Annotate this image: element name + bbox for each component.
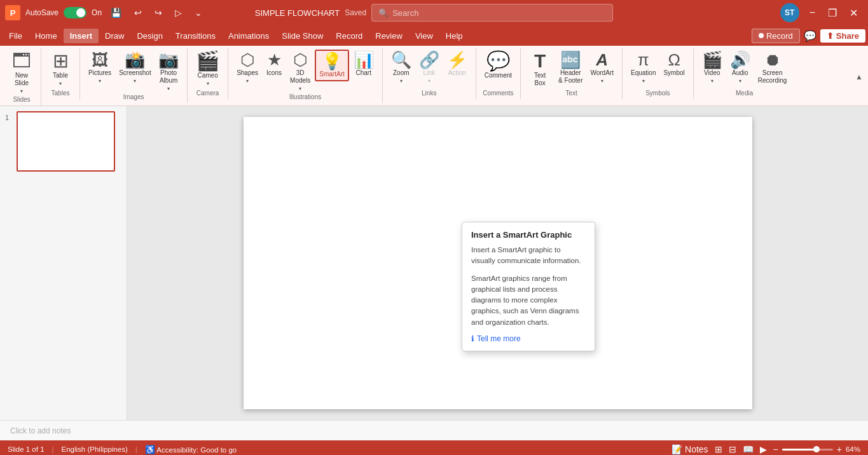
undo-button[interactable]: ↩ <box>130 6 146 19</box>
screen-recording-button[interactable]: ⏺ ScreenRecording <box>755 50 790 86</box>
equation-button[interactable]: π Equation ▾ <box>628 50 659 86</box>
comment-button[interactable]: 💬 Comment <box>481 50 515 81</box>
close-button[interactable]: ✕ <box>844 6 863 20</box>
audio-button[interactable]: 🔊 Audio ▾ <box>727 50 754 86</box>
notes-bar[interactable]: Click to add notes <box>0 420 868 440</box>
tooltip-link[interactable]: ℹ Tell me more <box>471 334 586 343</box>
chart-button[interactable]: 📊 Chart <box>350 50 377 79</box>
help-circle-icon: ℹ <box>471 334 474 343</box>
search-bar[interactable]: 🔍 <box>371 4 613 22</box>
menu-insert[interactable]: Insert <box>64 29 99 43</box>
notes-toggle[interactable]: 📝 Notes <box>672 444 708 454</box>
menu-design[interactable]: Design <box>130 29 169 43</box>
minimize-button[interactable]: − <box>804 6 820 20</box>
accessibility-text: Accessibility: Good to go <box>156 446 237 454</box>
menu-view[interactable]: View <box>409 29 439 43</box>
chat-icon[interactable]: 💬 <box>804 30 816 42</box>
action-button[interactable]: ⚡ Action <box>444 50 471 79</box>
restore-button[interactable]: ❐ <box>823 6 842 20</box>
shapes-dropdown-icon: ▾ <box>246 78 249 84</box>
icons-button[interactable]: ★ Icons <box>263 50 286 79</box>
ribbon-items-comments: 💬 Comment <box>481 50 515 90</box>
slide-thumbnail-container: 1 <box>5 111 121 172</box>
ribbon-section-illustrations: ⬡ Shapes ▾ ★ Icons ⬡ 3DModels ▾ 💡 SmartA… <box>228 48 383 103</box>
slideshow-icon[interactable]: ▶ <box>760 444 767 454</box>
ribbon-section-comments: 💬 Comment Comments <box>476 48 521 99</box>
smartart-icon: 💡 <box>322 53 342 69</box>
video-label: Video <box>704 69 720 77</box>
header-footer-button[interactable]: 🔤 Header& Footer <box>555 50 586 86</box>
slide-info: Slide 1 of 1 <box>8 445 45 453</box>
ribbon-section-symbols: π Equation ▾ Ω Symbol Symbols <box>623 48 694 99</box>
menu-review[interactable]: Review <box>369 29 409 43</box>
video-dropdown-icon: ▾ <box>711 78 713 84</box>
zoom-out-icon[interactable]: − <box>773 444 778 454</box>
3d-models-label: 3DModels <box>290 69 310 85</box>
screen-recording-icon: ⏺ <box>764 51 781 68</box>
autosave-toggle[interactable] <box>64 7 86 18</box>
save-button[interactable]: 💾 <box>107 6 125 19</box>
table-button[interactable]: ⊞ Table ▾ <box>46 50 74 88</box>
menu-transitions[interactable]: Transitions <box>169 29 222 43</box>
zoom-slider[interactable] <box>782 449 833 451</box>
search-input[interactable] <box>392 8 606 18</box>
slide-sorter-icon[interactable]: ⊟ <box>729 444 736 454</box>
saved-status: Saved <box>345 8 366 17</box>
equation-label: Equation <box>631 69 656 77</box>
menu-help[interactable]: Help <box>439 29 469 43</box>
link-button[interactable]: 🔗 Link ▾ <box>416 50 443 86</box>
ribbon-items-links: 🔍 Zoom ▾ 🔗 Link ▾ ⚡ Action <box>388 50 471 90</box>
tooltip-body1: Insert a SmartArt graphic to visually co… <box>471 245 586 267</box>
menu-home[interactable]: Home <box>29 29 64 43</box>
wordart-button[interactable]: A WordArt ▾ <box>587 50 617 86</box>
tooltip-title: Insert a SmartArt Graphic <box>471 230 586 240</box>
symbols-section-label: Symbols <box>645 90 670 98</box>
3d-models-dropdown-icon: ▾ <box>299 86 301 92</box>
photo-album-button[interactable]: 📷 PhotoAlbum ▾ <box>155 50 182 93</box>
status-bar-right: 📝 Notes ⊞ ⊟ 📖 ▶ − + 64% <box>672 444 860 454</box>
pictures-button[interactable]: 🖼 Pictures ▾ <box>85 50 114 86</box>
ribbon-items-illustrations: ⬡ Shapes ▾ ★ Icons ⬡ 3DModels ▾ 💡 SmartA… <box>233 50 377 93</box>
menu-record[interactable]: Record <box>329 29 369 43</box>
cameo-button[interactable]: 🎬 Cameo ▾ <box>193 50 223 88</box>
present-button[interactable]: ▷ <box>171 6 186 19</box>
reading-view-icon[interactable]: 📖 <box>743 444 754 454</box>
symbol-button[interactable]: Ω Symbol <box>660 50 687 79</box>
share-label: Share <box>836 31 859 41</box>
zoom-in-icon[interactable]: + <box>837 444 842 454</box>
office-logo[interactable]: P <box>5 5 20 20</box>
cameo-dropdown-icon: ▾ <box>207 81 209 86</box>
ribbon-section-images: 🖼 Pictures ▾ 📸 Screenshot ▾ 📷 PhotoAlbum… <box>80 48 188 103</box>
canvas-area: Insert a SmartArt Graphic Insert a Smart… <box>127 106 868 420</box>
title-bar-center: SIMPLE FLOWCHART Saved 🔍 <box>219 4 649 22</box>
redo-button[interactable]: ↪ <box>151 6 166 19</box>
menu-animations[interactable]: Animations <box>222 29 275 43</box>
pictures-label: Pictures <box>88 69 111 77</box>
ribbon-collapse-button[interactable]: ▲ <box>855 72 865 81</box>
3d-models-button[interactable]: ⬡ 3DModels ▾ <box>287 50 313 93</box>
icons-icon: ★ <box>267 51 282 68</box>
avatar[interactable]: ST <box>780 3 799 22</box>
tables-section-label: Tables <box>52 90 70 98</box>
menu-slideshow[interactable]: Slide Show <box>275 29 329 43</box>
menu-draw[interactable]: Draw <box>99 29 130 43</box>
zoom-area: − + 64% <box>773 444 860 454</box>
share-button[interactable]: ⬆ Share <box>820 29 865 43</box>
audio-icon: 🔊 <box>730 51 750 68</box>
shapes-button[interactable]: ⬡ Shapes ▾ <box>233 50 261 86</box>
customize-button[interactable]: ⌄ <box>191 6 206 19</box>
new-slide-button[interactable]: 🗔 NewSlide ▾ <box>8 50 36 96</box>
ribbon-items-media: 🎬 Video ▾ 🔊 Audio ▾ ⏺ ScreenRecording <box>699 50 790 90</box>
record-button[interactable]: Record <box>752 29 800 43</box>
slide-thumbnail[interactable] <box>17 111 115 172</box>
zoom-icon: 🔍 <box>391 51 411 68</box>
menu-file[interactable]: File <box>3 29 29 43</box>
normal-view-icon[interactable]: ⊞ <box>715 444 722 454</box>
zoom-button[interactable]: 🔍 Zoom ▾ <box>388 50 415 86</box>
smartart-button[interactable]: 💡 SmartArt <box>315 50 348 81</box>
wordart-label: WordArt <box>590 69 614 77</box>
screenshot-button[interactable]: 📸 Screenshot ▾ <box>116 50 154 86</box>
video-button[interactable]: 🎬 Video ▾ <box>699 50 726 86</box>
slides-section-label: Slides <box>13 96 30 104</box>
text-box-button[interactable]: T TextBox <box>526 50 554 89</box>
